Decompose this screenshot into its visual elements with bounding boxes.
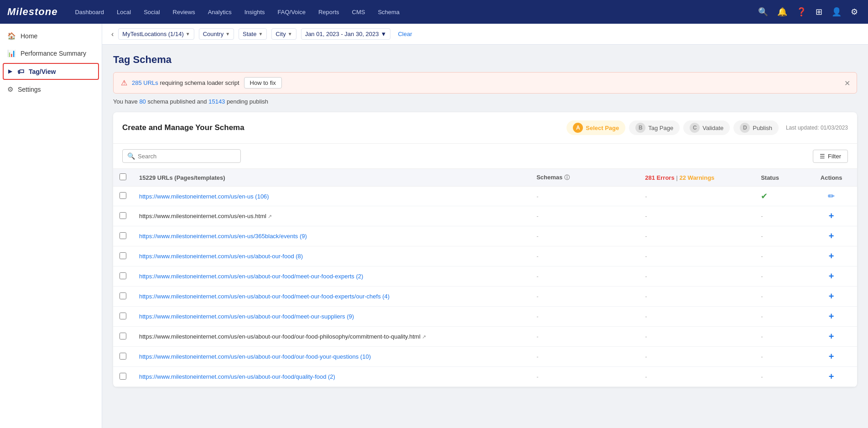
sidebar-home-label: Home <box>21 32 37 40</box>
alert-close-icon[interactable]: ✕ <box>844 78 850 87</box>
row-checkbox-7[interactable] <box>120 333 126 339</box>
nav-insights[interactable]: Insights <box>238 0 271 24</box>
user-icon[interactable]: 👤 <box>829 5 844 19</box>
published-count-link[interactable]: 80 <box>139 98 146 105</box>
step-c-label: Validate <box>702 125 723 131</box>
grid-icon[interactable]: ⊞ <box>813 5 825 19</box>
nav-links: Dashboard Local Social Reviews Analytics… <box>68 0 755 24</box>
sidebar-item-home[interactable]: 🏠 Home <box>0 27 102 45</box>
nav-reviews[interactable]: Reviews <box>166 0 202 24</box>
schemas-info-icon[interactable]: ⓘ <box>564 174 570 181</box>
step-c-circle: C <box>690 123 700 133</box>
alert-banner: ⚠ 285 URLs requiring schema loader scrip… <box>113 72 857 94</box>
location-filter[interactable]: MyTestLocations (1/14) ▼ <box>118 28 194 40</box>
row-checkbox-5[interactable] <box>120 292 126 299</box>
date-chevron-icon: ▼ <box>381 31 387 37</box>
search-input[interactable] <box>138 153 236 160</box>
nav-analytics[interactable]: Analytics <box>202 0 238 24</box>
nav-dashboard[interactable]: Dashboard <box>68 0 110 24</box>
sub-info-suffix: pending publish <box>227 98 268 105</box>
step-tag-page[interactable]: B Tag Page <box>629 120 680 135</box>
row-checkbox-4[interactable] <box>120 272 126 279</box>
nav-faqvoice[interactable]: FAQ/Voice <box>271 0 312 24</box>
filter-bar: ‹ MyTestLocations (1/14) ▼ Country ▼ Sta… <box>102 24 868 45</box>
url-link-9[interactable]: https://www.milestoneinternet.com/us/en-… <box>139 373 335 380</box>
date-range-filter[interactable]: Jan 01, 2023 - Jan 30, 2023 ▼ <box>301 28 391 40</box>
url-link-6[interactable]: https://www.milestoneinternet.com/us/en-… <box>139 313 354 320</box>
row-checkbox-9[interactable] <box>120 373 126 380</box>
sidebar-item-settings[interactable]: ⚙ Settings <box>0 81 102 98</box>
step-publish[interactable]: D Publish <box>733 120 779 135</box>
alert-urls-link[interactable]: 285 URLs <box>132 79 158 86</box>
add-action-7[interactable]: + <box>829 331 834 341</box>
nav-social[interactable]: Social <box>137 0 166 24</box>
sidebar-tag-label: Tag/View <box>29 68 56 75</box>
sidebar: 🏠 Home 📊 Performance Summary ▶ 🏷 Tag/Vie… <box>0 24 102 428</box>
status-check-0: ✔ <box>761 192 768 201</box>
row-checkbox-2[interactable] <box>120 232 126 239</box>
table-row: https://www.milestoneinternet.com/us/en-… <box>113 246 857 266</box>
how-to-fix-button[interactable]: How to fix <box>244 77 282 89</box>
back-button[interactable]: ‹ <box>111 30 114 38</box>
location-label: MyTestLocations (1/14) <box>122 31 183 37</box>
filter-button[interactable]: ☰ Filter <box>813 150 848 163</box>
logo: Milestone <box>7 6 57 18</box>
country-filter[interactable]: Country ▼ <box>199 28 234 40</box>
add-action-4[interactable]: + <box>829 271 834 281</box>
add-action-6[interactable]: + <box>829 311 834 321</box>
add-action-1[interactable]: + <box>829 211 834 221</box>
add-action-3[interactable]: + <box>829 251 834 261</box>
row-checkbox-3[interactable] <box>120 252 126 259</box>
step-validate[interactable]: C Validate <box>683 120 730 135</box>
select-all-checkbox[interactable] <box>120 173 126 180</box>
schemas-val-1: - <box>536 213 538 219</box>
nav-schema[interactable]: Schema <box>371 0 406 24</box>
table-toolbar: 🔍 ☰ Filter <box>113 144 857 169</box>
errors-val-2: - <box>645 233 647 240</box>
search-box[interactable]: 🔍 <box>122 149 241 163</box>
row-checkbox-0[interactable] <box>120 192 126 199</box>
step-select-page[interactable]: A Select Page <box>567 120 625 135</box>
settings-icon[interactable]: ⚙ <box>848 5 861 19</box>
nav-local[interactable]: Local <box>110 0 137 24</box>
table-row: https://www.milestoneinternet.com/us/en-… <box>113 347 857 367</box>
url-link-3[interactable]: https://www.milestoneinternet.com/us/en-… <box>139 253 303 260</box>
gear-sidebar-icon: ⚙ <box>7 85 13 94</box>
nav-cms[interactable]: CMS <box>346 0 372 24</box>
help-icon[interactable]: ❓ <box>794 5 809 19</box>
add-action-8[interactable]: + <box>829 351 834 361</box>
row-checkbox-6[interactable] <box>120 313 126 319</box>
edit-action-0[interactable]: ✏ <box>828 192 835 201</box>
sidebar-item-performance-summary[interactable]: 📊 Performance Summary <box>0 45 102 62</box>
status-dash-5: - <box>761 293 763 300</box>
nav-reports[interactable]: Reports <box>312 0 346 24</box>
url-link-5[interactable]: https://www.milestoneinternet.com/us/en-… <box>139 293 390 300</box>
clear-button[interactable]: Clear <box>395 29 415 39</box>
url-link-2[interactable]: https://www.milestoneinternet.com/us/en-… <box>139 233 307 240</box>
main-content: ‹ MyTestLocations (1/14) ▼ Country ▼ Sta… <box>102 24 868 428</box>
last-updated-label: Last updated: 01/03/2023 <box>786 125 848 131</box>
header-checkbox-col <box>113 169 133 187</box>
url-plain-7: https://www.milestoneinternet.com/us/en-… <box>139 333 421 340</box>
row-checkbox-1[interactable] <box>120 212 126 219</box>
url-link-8[interactable]: https://www.milestoneinternet.com/us/en-… <box>139 353 371 360</box>
top-navigation: Milestone Dashboard Local Social Reviews… <box>0 0 868 24</box>
search-icon[interactable]: 🔍 <box>755 5 771 19</box>
pending-count-link[interactable]: 15143 <box>208 98 225 105</box>
status-dash-9: - <box>761 373 763 380</box>
bell-icon[interactable]: 🔔 <box>774 5 790 19</box>
alert-text-body: requiring schema loader script <box>160 79 239 86</box>
add-action-2[interactable]: + <box>829 231 834 241</box>
alert-error-icon: ⚠ <box>121 78 127 87</box>
table-head: 15229 URLs (Pages/templates) Schemas ⓘ 2… <box>113 169 857 187</box>
add-action-9[interactable]: + <box>829 371 834 381</box>
sidebar-item-tag-view[interactable]: ▶ 🏷 Tag/View <box>3 63 99 80</box>
warnings-count: 22 Warnings <box>680 174 715 181</box>
row-checkbox-8[interactable] <box>120 353 126 360</box>
add-action-5[interactable]: + <box>829 291 834 301</box>
city-filter[interactable]: City ▼ <box>271 28 296 40</box>
url-link-4[interactable]: https://www.milestoneinternet.com/us/en-… <box>139 273 363 280</box>
state-filter[interactable]: State ▼ <box>239 28 267 40</box>
step-b-circle: B <box>635 123 645 133</box>
url-link-0[interactable]: https://www.milestoneinternet.com/us/en-… <box>139 193 269 200</box>
